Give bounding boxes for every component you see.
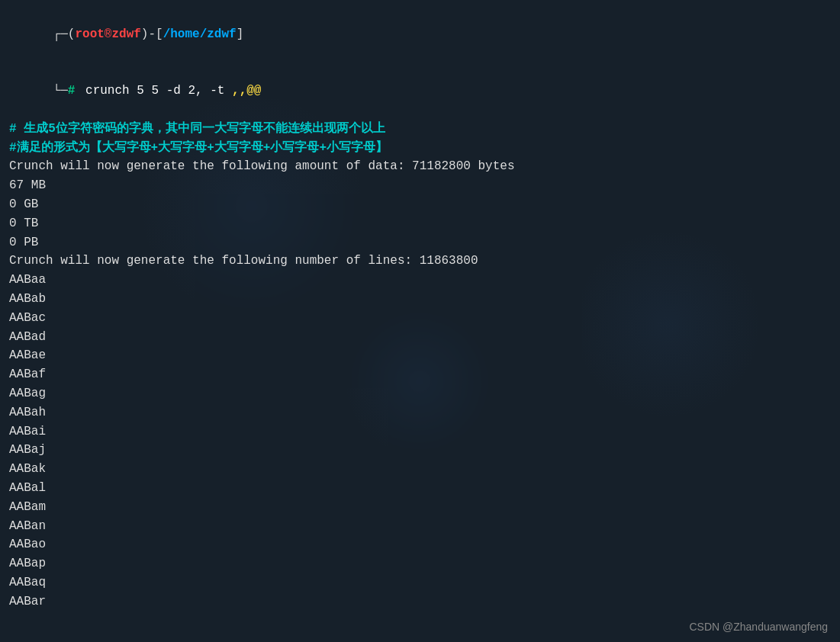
- word-list: AABaaAABabAABacAABadAABaeAABafAABagAABah…: [9, 271, 831, 611]
- output-line-1: Crunch will now generate the following a…: [9, 157, 831, 176]
- command-line: └─# crunch 5 5 -d 2, -t ,,@@: [9, 63, 831, 119]
- comment-line-1: # 生成5位字符密码的字典，其中同一大写字母不能连续出现两个以上: [9, 120, 831, 139]
- list-item: AABaa: [9, 271, 831, 290]
- list-item: AABac: [9, 309, 831, 328]
- list-item: AABai: [9, 422, 831, 441]
- list-item: AABam: [9, 498, 831, 517]
- prompt-host: zdwf: [111, 27, 140, 41]
- list-item: AABag: [9, 384, 831, 403]
- list-item: AABan: [9, 517, 831, 536]
- command-highlight: ,,@@: [232, 84, 261, 98]
- terminal-content: ┌─(root®zdwf)-[/home/zdwf] └─# crunch 5 …: [0, 0, 840, 618]
- output-line-5: 0 PB: [9, 233, 831, 252]
- list-item: AABao: [9, 535, 831, 554]
- command-text: crunch 5 5 -d 2, -t: [78, 84, 232, 98]
- list-item: AABab: [9, 290, 831, 309]
- list-item: AABap: [9, 554, 831, 573]
- prompt-path: /home/zdwf: [163, 27, 237, 41]
- prompt-line: ┌─(root®zdwf)-[/home/zdwf]: [9, 6, 831, 63]
- list-item: AABaf: [9, 365, 831, 384]
- bracket-left: ┌─(: [53, 27, 76, 41]
- list-item: AABak: [9, 460, 831, 479]
- list-item: AABah: [9, 403, 831, 422]
- output-line-6: Crunch will now generate the following n…: [9, 252, 831, 271]
- list-item: AABal: [9, 479, 831, 498]
- list-item: AABae: [9, 346, 831, 365]
- comment-line-2: #满足的形式为【大写字母+大写字母+大写字母+小写字母+小写字母】: [9, 139, 831, 158]
- output-line-3: 0 GB: [9, 195, 831, 214]
- prompt-user: root: [75, 27, 104, 41]
- watermark: CSDN @Zhanduanwangfeng: [689, 621, 828, 633]
- list-item: AABad: [9, 328, 831, 347]
- prompt-circle: ®: [105, 27, 112, 41]
- output-line-4: 0 TB: [9, 214, 831, 233]
- terminal-window: ┌─(root®zdwf)-[/home/zdwf] └─# crunch 5 …: [0, 0, 840, 642]
- list-item: AABaj: [9, 441, 831, 460]
- output-line-2: 67 MB: [9, 176, 831, 195]
- list-item: AABaq: [9, 573, 831, 592]
- list-item: AABar: [9, 592, 831, 612]
- prompt-hash: #: [68, 84, 76, 98]
